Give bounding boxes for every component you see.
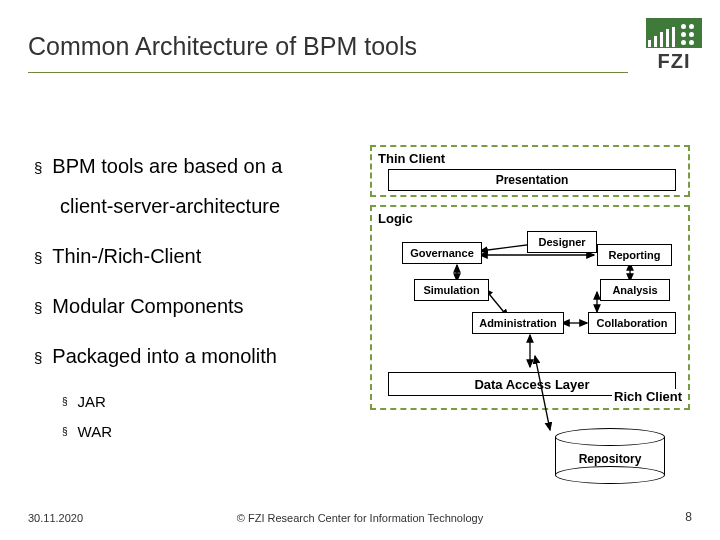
thin-client-label: Thin Client <box>378 151 445 166</box>
logo: FZI <box>646 18 702 73</box>
bullet-1: § BPM tools are based on a <box>34 150 354 182</box>
slide: Common Architecture of BPM tools FZI § B… <box>0 0 720 540</box>
bullets-list: § BPM tools are based on a client-server… <box>34 150 354 444</box>
repository-label: Repository <box>555 452 665 466</box>
sub-bullets: § JAR § WAR <box>34 390 354 444</box>
bullet-marker: § <box>62 424 68 444</box>
repository-cylinder: Repository <box>550 428 670 484</box>
bullet-4-text: Packaged into a monolith <box>52 340 277 372</box>
logo-text: FZI <box>646 50 702 73</box>
bullet-2-text: Thin-/Rich-Client <box>52 240 201 272</box>
title-rule <box>28 72 628 73</box>
governance-box: Governance <box>402 242 482 264</box>
simulation-box: Simulation <box>414 279 489 301</box>
reporting-box: Reporting <box>597 244 672 266</box>
sub-bullet-1-text: JAR <box>78 390 106 414</box>
svg-line-8 <box>535 356 550 430</box>
administration-box: Administration <box>472 312 564 334</box>
collaboration-box: Collaboration <box>588 312 676 334</box>
bullet-marker: § <box>34 246 42 272</box>
bullet-3-text: Modular Components <box>52 290 243 322</box>
thin-client-box: Thin Client Presentation <box>370 145 690 197</box>
bullet-marker: § <box>34 156 42 182</box>
bullet-marker: § <box>34 346 42 372</box>
logic-label: Logic <box>378 211 413 226</box>
repo-link-icon <box>520 350 560 440</box>
sub-bullet-2-text: WAR <box>78 420 112 444</box>
bullet-2: § Thin-/Rich-Client <box>34 240 354 272</box>
bullet-marker: § <box>34 296 42 322</box>
footer-copyright: © FZI Research Center for Information Te… <box>0 512 720 524</box>
cylinder-icon: Repository <box>555 428 665 484</box>
presentation-box: Presentation <box>388 169 676 191</box>
bullet-4: § Packaged into a monolith <box>34 340 354 372</box>
rich-client-label: Rich Client <box>612 389 684 404</box>
bullet-3: § Modular Components <box>34 290 354 322</box>
designer-box: Designer <box>527 231 597 253</box>
sub-bullet-1: § JAR <box>62 390 354 414</box>
page-title: Common Architecture of BPM tools <box>28 32 417 61</box>
sub-bullet-2: § WAR <box>62 420 354 444</box>
logo-icon <box>646 18 702 48</box>
bullet-1-text: BPM tools are based on a <box>52 150 282 182</box>
bullet-marker: § <box>62 394 68 414</box>
bullet-1-cont: client-server-architecture <box>34 190 354 222</box>
analysis-box: Analysis <box>600 279 670 301</box>
footer-page-number: 8 <box>685 510 692 524</box>
